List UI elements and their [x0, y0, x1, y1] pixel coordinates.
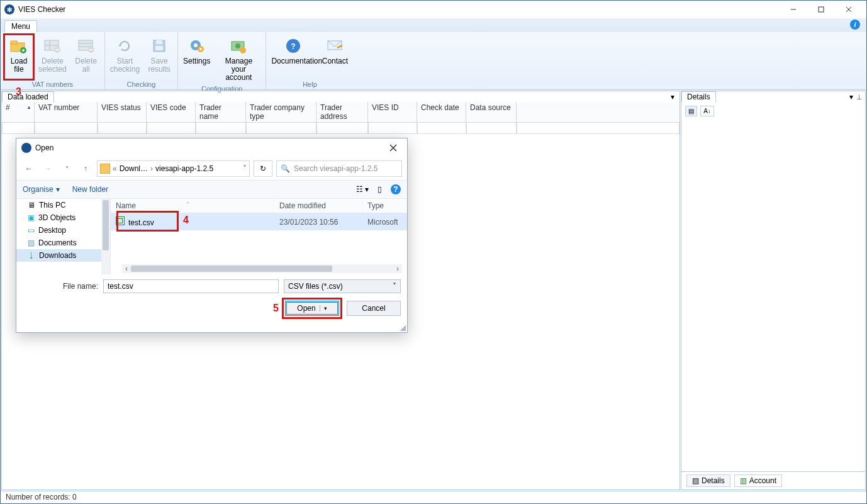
save-results-label2: results	[148, 65, 170, 74]
filter-index[interactable]	[2, 123, 35, 134]
data-loaded-tab[interactable]: Data loaded	[2, 91, 54, 102]
tree-downloads[interactable]: ⭣Downloads	[16, 249, 110, 262]
tree-documents[interactable]: ▤Documents	[16, 237, 110, 249]
close-button[interactable]	[835, 1, 863, 18]
tree-scrollbar[interactable]	[101, 199, 110, 274]
delete-all-button[interactable]: Deleteall	[72, 35, 101, 79]
contact-label: Contact	[322, 57, 348, 65]
breadcrumb[interactable]: « Downl… › viesapi-app-1.2.5 ˅	[97, 160, 250, 177]
crumb-1[interactable]: Downl…	[120, 164, 148, 173]
minimize-button[interactable]	[780, 1, 807, 18]
svg-point-23	[199, 48, 202, 50]
dialog-close-button[interactable]	[384, 141, 402, 155]
info-icon[interactable]: i	[850, 20, 860, 30]
organise-menu[interactable]: Organise▾	[23, 185, 60, 194]
filter-vat[interactable]	[35, 123, 98, 134]
refresh-button[interactable]: ↻	[254, 160, 272, 177]
dialog-help-icon[interactable]: ?	[391, 184, 401, 194]
details-bottom-tab-account[interactable]: ▥Account	[734, 474, 782, 487]
col-trader-company-type[interactable]: Trader company type	[246, 102, 316, 122]
filter-check-date[interactable]	[417, 123, 466, 134]
refresh-icon	[115, 36, 135, 56]
file-list-hscroll[interactable]: ‹ ›	[122, 264, 402, 273]
tree-this-pc[interactable]: 🖥This PC	[16, 199, 110, 211]
details-bottom-tabs: ▤Details ▥Account	[681, 471, 865, 490]
load-file-button[interactable]: Loadfile	[4, 35, 33, 79]
chevron-down-icon: ▾	[56, 185, 60, 194]
filter-vies-code[interactable]	[147, 123, 196, 134]
filter-trader-name[interactable]	[196, 123, 246, 134]
filename-input[interactable]	[103, 279, 279, 293]
col-vies-status[interactable]: VIES status	[98, 102, 147, 122]
manage-account-label2: account	[225, 73, 252, 82]
header-type[interactable]: Type	[362, 199, 407, 213]
grid-header: #▲ VAT number VIES status VIES code Trad…	[2, 102, 680, 123]
file-type-combo[interactable]: CSV files (*.csv)˅	[284, 279, 401, 293]
start-checking-button[interactable]: Startchecking	[109, 35, 141, 79]
filter-vies-status[interactable]	[98, 123, 147, 134]
open-split-icon[interactable]: ▾	[320, 305, 327, 311]
save-results-button[interactable]: Saveresults	[145, 35, 174, 79]
sort-az-icon[interactable]: A↓	[700, 106, 714, 116]
nav-recent-button[interactable]: ˅	[59, 161, 74, 176]
menu-tab[interactable]: Menu	[4, 20, 37, 32]
file-row-testcsv[interactable]: test.csv 23/01/2023 10:56 Microsoft	[111, 213, 407, 230]
col-trader-address[interactable]: Trader address	[316, 102, 368, 122]
panel-dropdown-icon[interactable]: ▾	[671, 92, 674, 101]
header-name[interactable]: Name˄	[111, 199, 274, 213]
help-icon: ?	[283, 36, 303, 56]
envelope-icon	[325, 36, 345, 56]
col-vat[interactable]: VAT number	[35, 102, 98, 122]
crumb-2[interactable]: viesapi-app-1.2.5	[155, 164, 213, 173]
delete-selected-button[interactable]: Deleteselected	[37, 35, 68, 79]
manage-account-button[interactable]: Manage youraccount	[215, 35, 262, 84]
app-icon: ✻	[4, 4, 14, 14]
hscroll-thumb[interactable]	[131, 266, 332, 272]
resize-grip[interactable]	[398, 323, 406, 331]
cube-icon: ▣	[28, 213, 35, 222]
nav-up-button[interactable]: ↑	[78, 161, 93, 176]
col-index[interactable]: #▲	[2, 102, 35, 122]
new-folder-button[interactable]: New folder	[72, 185, 108, 194]
col-vies-code[interactable]: VIES code	[147, 102, 196, 122]
col-trader-name[interactable]: Trader name	[196, 102, 246, 122]
cancel-button[interactable]: Cancel	[347, 301, 401, 316]
annotation-3: 3	[16, 86, 21, 98]
filter-trader-address[interactable]	[316, 123, 368, 134]
tree-3d-objects[interactable]: ▣3D Objects	[16, 211, 110, 224]
view-mode-button[interactable]: ☷ ▾	[356, 185, 369, 194]
annotation-box-5: Open▾	[284, 300, 340, 317]
hscroll-right[interactable]: ›	[393, 264, 402, 273]
details-tab[interactable]: Details	[681, 91, 716, 102]
filter-trader-company-type[interactable]	[246, 123, 316, 134]
filter-data-source[interactable]	[466, 123, 517, 134]
ribbon-group-checking: Startchecking Saveresults Checking	[105, 32, 178, 89]
contact-button[interactable]: Contact	[320, 35, 349, 79]
nav-forward-button[interactable]: →	[40, 161, 55, 176]
crumb-dropdown-icon[interactable]: ˅	[243, 164, 247, 173]
preview-pane-button[interactable]: ▯	[378, 185, 382, 194]
ribbon-group-label-help: Help	[270, 79, 349, 88]
panel-dropdown-icon[interactable]: ▾	[849, 92, 853, 101]
categorize-icon[interactable]: ▤	[685, 106, 697, 116]
filter-vies-id[interactable]	[368, 123, 417, 134]
pin-icon[interactable]: ⟂	[857, 92, 861, 101]
ribbon-group-vat: Loadfile Deleteselected Deleteall VAT nu…	[1, 32, 105, 89]
file-date: 23/01/2023 10:56	[274, 218, 362, 227]
hscroll-left[interactable]: ‹	[122, 264, 131, 273]
nav-back-button[interactable]: ←	[21, 161, 36, 176]
maximize-button[interactable]	[807, 1, 835, 18]
documentation-button[interactable]: ? Documentation	[270, 35, 316, 79]
details-bottom-tab-details[interactable]: ▤Details	[686, 474, 730, 487]
col-data-source[interactable]: Data source	[466, 102, 517, 122]
header-date[interactable]: Date modified	[274, 199, 362, 213]
settings-button[interactable]: Settings	[182, 35, 211, 84]
settings-label: Settings	[183, 57, 210, 65]
tree-scroll-thumb[interactable]	[103, 200, 109, 250]
tree-desktop[interactable]: ▭Desktop	[16, 224, 110, 237]
dialog-search[interactable]: 🔍 Search viesapi-app-1.2.5	[276, 160, 402, 177]
open-button[interactable]: Open▾	[285, 301, 339, 316]
hscroll-track[interactable]	[131, 264, 393, 273]
col-vies-id[interactable]: VIES ID	[368, 102, 417, 122]
col-check-date[interactable]: Check date	[417, 102, 466, 122]
